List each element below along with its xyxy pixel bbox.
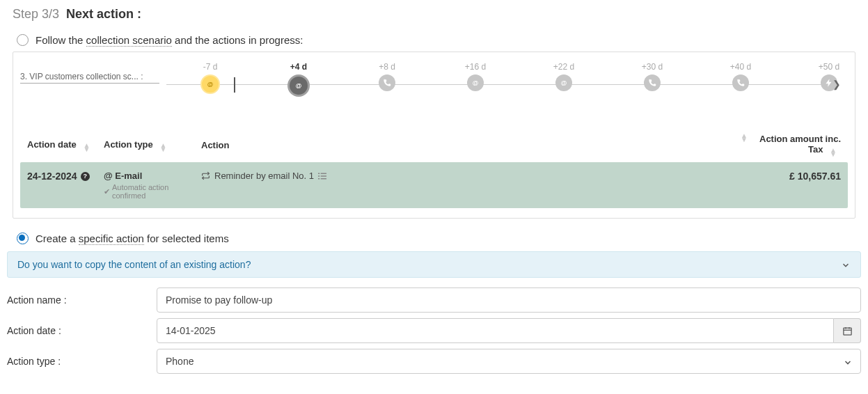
action-date-label: Action date :: [7, 325, 157, 336]
row-amount: £ 10,657.61: [789, 171, 841, 182]
action-name-input[interactable]: [157, 287, 861, 313]
row-date: 24-12-2024: [27, 171, 77, 182]
sort-icon: ▲▼: [830, 148, 837, 157]
timeline-node[interactable]: +22 d@: [543, 62, 585, 91]
timeline-node[interactable]: +16 d@: [455, 62, 496, 91]
timeline-node[interactable]: +30 d: [631, 62, 673, 91]
timeline-node-label: +50 d: [808, 62, 850, 72]
timeline-baseline: [20, 83, 159, 84]
at-icon: @: [200, 74, 220, 94]
svg-rect-8: [318, 178, 319, 180]
timeline-node-label: +22 d: [543, 62, 585, 72]
th-action-date[interactable]: Action date ▲▼: [27, 139, 104, 152]
svg-rect-5: [321, 173, 326, 174]
at-icon: @: [467, 74, 484, 91]
phone-icon: [379, 74, 395, 91]
svg-text:@: @: [207, 81, 214, 88]
action-type-label: Action type :: [7, 356, 157, 367]
at-icon: @: [555, 74, 572, 91]
table-row[interactable]: 24-12-2024 ? @ E-mail ✔ Automatic action…: [20, 162, 848, 208]
svg-text:@: @: [296, 82, 302, 89]
svg-rect-9: [321, 178, 326, 180]
at-icon: @: [104, 171, 113, 181]
chevron-down-icon: [841, 259, 851, 270]
calendar-button[interactable]: [834, 318, 861, 343]
svg-text:@: @: [561, 79, 567, 86]
list-icon: [318, 172, 326, 180]
info-icon: ?: [81, 172, 90, 181]
term-specific-action: specific action: [79, 233, 144, 245]
retweet-icon: [201, 171, 210, 180]
scenario-panel: 3. VIP customers collection sc... : -7 d…: [13, 52, 855, 219]
phone-icon: [644, 74, 661, 91]
row-action-type: @ E-mail: [104, 171, 201, 181]
svg-rect-6: [318, 175, 319, 177]
check-icon: ✔: [104, 187, 110, 196]
action-date-input[interactable]: [157, 318, 834, 343]
timeline-node-label: +8 d: [366, 62, 408, 72]
radio-unselected-icon: [17, 34, 29, 46]
radio-selected-icon: [17, 233, 29, 244]
step-header: Step 3/3 Next action :: [13, 7, 861, 22]
phone-icon: [732, 74, 749, 91]
actions-table: Action date ▲▼ Action type ▲▼ Action ▲▼ …: [20, 128, 848, 208]
sort-icon: ▲▼: [159, 143, 166, 152]
row-action-desc: Reminder by email No. 1: [201, 171, 736, 181]
th-action-amount[interactable]: ▲▼ Action amount inc. Tax ▲▼: [736, 134, 841, 157]
timeline-scenario-name: 3. VIP customers collection sc... :: [20, 72, 143, 81]
timeline-node-label: +4 d: [278, 62, 319, 72]
form-row-action-date: Action date :: [7, 318, 861, 343]
svg-text:@: @: [473, 79, 479, 86]
table-header-row: Action date ▲▼ Action type ▲▼ Action ▲▼ …: [20, 128, 848, 162]
timeline-node[interactable]: +4 d@: [278, 62, 319, 97]
timeline-node-label: +16 d: [455, 62, 496, 72]
timeline-node[interactable]: +8 d: [366, 62, 408, 91]
option-create-specific-action[interactable]: Create a specific action for selected it…: [17, 233, 861, 244]
th-action-type[interactable]: Action type ▲▼: [104, 139, 201, 152]
row-action-type-sub: ✔ Automatic action confirmed: [104, 183, 201, 200]
timeline-today-marker: [234, 77, 235, 93]
copy-panel-text: Do you want to copy the content of an ex…: [17, 259, 251, 270]
svg-rect-7: [321, 175, 326, 177]
svg-rect-4: [318, 173, 319, 174]
timeline-node[interactable]: +50 d: [808, 62, 850, 91]
svg-rect-10: [843, 328, 851, 335]
step-counter: Step 3/3: [13, 7, 59, 21]
timeline-node[interactable]: -7 d@: [189, 62, 231, 94]
timeline-node-label: +30 d: [631, 62, 673, 72]
action-name-label: Action name :: [7, 294, 157, 306]
sort-icon: ▲▼: [741, 134, 748, 142]
term-collection-scenario: collection scenario: [86, 34, 172, 47]
form-row-action-name: Action name :: [7, 287, 861, 313]
timeline-node[interactable]: +40 d: [720, 62, 762, 91]
at-icon: @: [287, 74, 310, 97]
th-action[interactable]: Action: [201, 140, 736, 150]
option-follow-scenario[interactable]: Follow the collection scenario and the a…: [17, 34, 861, 46]
timeline-scroll-right[interactable]: ❯: [833, 79, 841, 90]
timeline: 3. VIP customers collection sc... : -7 d…: [20, 62, 848, 111]
form-row-action-type: Action type :: [7, 349, 861, 374]
action-type-select[interactable]: [157, 349, 861, 374]
calendar-icon: [842, 326, 853, 336]
step-title: Next action :: [66, 7, 141, 21]
timeline-node-label: +40 d: [720, 62, 762, 72]
timeline-node-label: -7 d: [189, 62, 231, 72]
sort-icon: ▲▼: [83, 143, 90, 152]
copy-existing-action-panel[interactable]: Do you want to copy the content of an ex…: [7, 251, 861, 278]
